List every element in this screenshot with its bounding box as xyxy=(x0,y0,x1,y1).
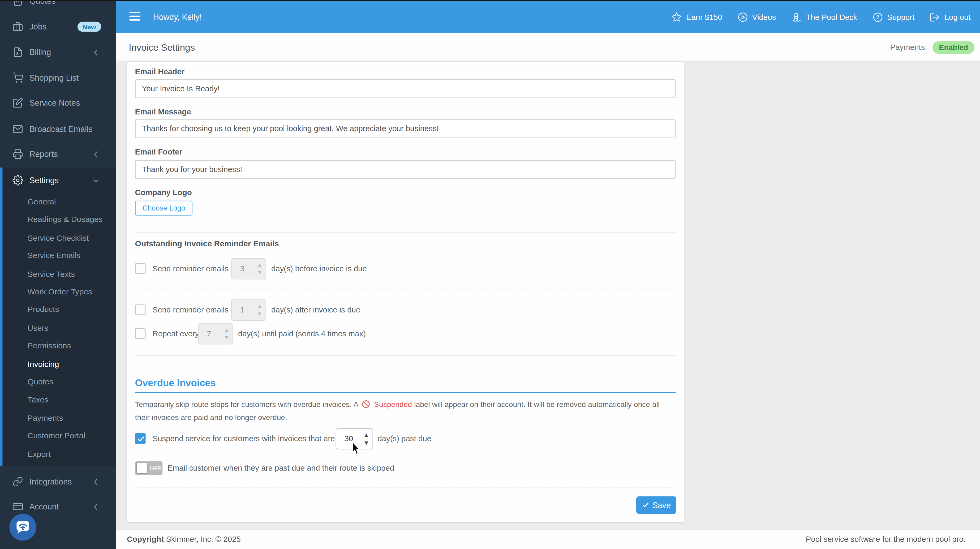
sidebar-item-label: Billing xyxy=(29,48,51,57)
help-circle-icon: ? xyxy=(872,12,883,22)
copyright-rest: Skimmer, Inc. © 2025 xyxy=(164,535,241,544)
overdue-description: Temporarily skip route stops for custome… xyxy=(135,398,676,424)
email-past-due-toggle[interactable]: OFF xyxy=(135,461,163,475)
sidebar-child-taxes[interactable]: Taxes xyxy=(28,391,115,409)
sidebar-item-shopping-list[interactable]: Shopping List xyxy=(0,65,116,91)
mail-icon xyxy=(13,124,23,134)
credit-card-icon xyxy=(13,501,23,512)
earn-reward-link[interactable]: Earn $150 xyxy=(671,12,722,22)
reminder-row: Send reminder emails 1 ▲ ▼ day(s) after … xyxy=(135,299,676,321)
sidebar-child-invoicing[interactable]: Invoicing xyxy=(28,355,115,373)
app-viewport: Quotes Jobs New $ Billing Shopping List … xyxy=(0,0,980,549)
reminder-after-checkbox[interactable] xyxy=(135,304,146,315)
sidebar-child-customer-portal[interactable]: Customer Portal xyxy=(28,426,115,444)
email-header-label: Email Header xyxy=(135,67,185,76)
stepper-value: 1 xyxy=(240,306,244,314)
stepper-value: 3 xyxy=(240,264,244,273)
support-link[interactable]: ? Support xyxy=(872,12,915,22)
stepper-up-icon[interactable]: ▲ xyxy=(258,263,261,267)
sidebar-child-payments[interactable]: Payments xyxy=(28,409,115,427)
sidebar-item-broadcast-emails[interactable]: Broadcast Emails xyxy=(0,116,116,142)
main-content: Email Header Email Message Email Footer … xyxy=(116,61,980,530)
edit-icon xyxy=(13,97,23,108)
email-message-label: Email Message xyxy=(135,108,191,116)
sidebar-item-quotes-top[interactable]: Quotes xyxy=(0,0,116,14)
email-footer-label: Email Footer xyxy=(135,148,182,156)
support-label: Support xyxy=(887,13,915,22)
sidebar-item-label: Shopping List xyxy=(29,73,79,82)
divider xyxy=(135,232,676,232)
sidebar-item-reports[interactable]: Reports xyxy=(0,141,116,167)
topbar: Howdy, Kelly! Earn $150 Videos The Pool … xyxy=(116,1,980,33)
suspended-label: Suspended xyxy=(374,400,412,409)
cart-icon xyxy=(13,72,23,83)
overdue-heading-rule xyxy=(135,392,676,393)
sidebar-item-jobs[interactable]: Jobs New xyxy=(0,14,116,40)
stepper-down-icon[interactable]: ▼ xyxy=(258,312,261,316)
suspended-no-icon xyxy=(362,400,370,408)
days-after-stepper[interactable]: 1 ▲ ▼ xyxy=(231,299,266,321)
menu-hamburger-icon[interactable] xyxy=(129,12,140,22)
divider xyxy=(135,355,676,355)
save-button[interactable]: Save xyxy=(636,496,676,514)
reminder-before-checkbox[interactable] xyxy=(135,263,146,274)
save-label: Save xyxy=(652,500,671,510)
sidebar-item-label: Account xyxy=(29,502,59,511)
sidebar-child-service-checklist[interactable]: Service Checklist xyxy=(28,229,115,247)
email-header-input[interactable] xyxy=(135,80,676,98)
sidebar-child-readings-dosages[interactable]: Readings & Dosages xyxy=(28,210,115,228)
pool-ladder-icon xyxy=(791,12,802,22)
chat-widget-button[interactable] xyxy=(9,514,36,541)
pool-deck-label: The Pool Deck xyxy=(806,13,857,22)
browser-top-strip xyxy=(0,0,980,1)
videos-link[interactable]: Videos xyxy=(737,12,776,22)
reminder-row-suffix: day(s) before invoice is due xyxy=(271,264,367,273)
suspend-service-checkbox[interactable] xyxy=(135,433,146,444)
stepper-down-icon[interactable]: ▼ xyxy=(258,270,261,274)
email-footer-input[interactable] xyxy=(135,160,676,179)
choose-logo-button[interactable]: Choose Logo xyxy=(135,201,193,216)
toggle-state-label: OFF xyxy=(150,465,162,472)
stepper-down-icon[interactable]: ▼ xyxy=(225,335,228,339)
reminder-row-suffix: day(s) until paid (sends 4 times max) xyxy=(238,329,366,338)
sidebar-child-service-texts[interactable]: Service Texts xyxy=(28,265,115,283)
check-icon xyxy=(641,501,649,509)
sidebar-child-permissions[interactable]: Permissions xyxy=(28,336,115,355)
sidebar-item-billing[interactable]: $ Billing xyxy=(0,39,116,65)
videos-label: Videos xyxy=(752,13,776,22)
stepper-up-icon[interactable]: ▲ xyxy=(258,304,261,309)
greeting-text: Howdy, Kelly! xyxy=(153,1,202,33)
reminder-row-label: Send reminder emails xyxy=(153,306,229,314)
sidebar-child-service-emails[interactable]: Service Emails xyxy=(28,247,115,264)
sidebar-item-label: Settings xyxy=(29,176,59,185)
chevron-left-icon xyxy=(91,501,101,512)
copyright-bold: Copyright xyxy=(127,535,164,544)
stepper-up-icon[interactable]: ▲ xyxy=(364,433,368,437)
stepper-down-icon[interactable]: ▼ xyxy=(364,441,368,445)
sidebar-child-users[interactable]: Users xyxy=(28,319,115,337)
sidebar-child-export[interactable]: Export xyxy=(28,445,115,463)
logout-link[interactable]: Log out xyxy=(929,12,971,22)
sidebar-child-quotes[interactable]: Quotes xyxy=(28,372,115,390)
sidebar-child-products[interactable]: Products xyxy=(28,300,115,318)
repeat-days-stepper[interactable]: 7 ▲ ▼ xyxy=(198,323,233,344)
sidebar-item-settings[interactable]: Settings xyxy=(0,167,116,193)
chevron-left-icon xyxy=(91,149,101,159)
mouse-cursor xyxy=(352,442,363,456)
gear-icon xyxy=(13,175,23,186)
email-past-due-row: OFF Email customer when they are past du… xyxy=(135,461,676,475)
sidebar-child-general[interactable]: General xyxy=(28,193,115,210)
footer-tagline: Pool service software for the modern poo… xyxy=(806,530,966,549)
sidebar-item-integrations[interactable]: Integrations xyxy=(0,469,116,495)
email-message-input[interactable] xyxy=(135,119,676,138)
star-icon xyxy=(671,12,682,22)
sidebar-item-service-notes[interactable]: Service Notes xyxy=(0,90,116,116)
stepper-up-icon[interactable]: ▲ xyxy=(225,328,228,332)
sidebar-item-label: Reports xyxy=(29,150,58,159)
sidebar-child-work-order-types[interactable]: Work Order Types xyxy=(28,282,115,301)
logout-icon xyxy=(929,12,940,22)
repeat-every-checkbox[interactable] xyxy=(135,328,146,339)
sidebar-item-label: Integrations xyxy=(29,477,72,486)
days-before-stepper[interactable]: 3 ▲ ▼ xyxy=(231,258,266,279)
pool-deck-link[interactable]: The Pool Deck xyxy=(791,12,858,22)
